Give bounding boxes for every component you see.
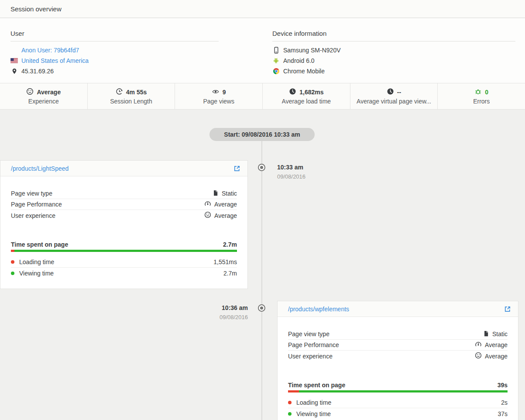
timeline-marker-2 [258,304,265,312]
history-clock-icon [116,88,123,96]
event-date: 09/08/2016 [277,173,305,180]
stat-label: Session Length [110,98,152,105]
viewing-time-row: Viewing time 2.7m [11,268,237,279]
stat-avg-virtual-page-views: -- Average virtual page view... [350,83,438,109]
viewing-time-row: Viewing time 37s [288,408,508,419]
user-experience-row: User experience Average [288,351,508,361]
card-header: /products/LightSpeed [0,161,247,176]
page-performance-row: Page Performance Average [11,199,237,210]
red-dot-icon [11,260,14,264]
eye-icon [212,88,220,96]
green-dot-icon [11,272,14,275]
card-body: Page view type Static Page Performance [278,317,518,420]
clock-icon [289,88,296,96]
card-header: /products/wpfelements [278,301,518,317]
row-value: 1,551ms [213,258,237,265]
time-spent-total: 2.7m [223,241,237,248]
loading-bar-segment [288,390,299,392]
viewing-bar-segment [14,250,237,252]
smartphone-icon [272,47,280,54]
timeline-line [261,139,262,420]
device-panel: Device information Samsung SM-N920V [272,30,515,76]
user-name-link[interactable]: Anon User: 79b64fd7 [21,47,79,54]
event-date: 09/08/2016 [183,313,248,321]
page-performance-row: Page Performance Average [288,340,508,351]
loading-time-row: Loading time 2s [288,397,508,408]
stat-value: 9 [223,89,226,96]
page-title: Session overview [10,5,62,13]
external-link-icon[interactable] [233,165,240,172]
page-url-link[interactable]: /products/wpfelements [288,306,349,313]
stat-session-length: 4m 55s Session Length [88,83,175,109]
user-panel: User Anon User: 79b64fd7 [10,30,219,76]
chrome-icon [272,68,280,75]
loading-bar-segment [11,250,14,252]
user-ip: 45.31.69.26 [21,68,54,75]
location-pin-icon [10,68,18,75]
stat-label: Average virtual page view... [357,98,431,105]
us-flag-icon [10,58,18,63]
timeline-event-2: 10:36 am 09/08/2016 [183,304,248,321]
session-start-pill: Start: 09/08/2016 10:33 am [209,128,315,141]
row-label: Loading time [296,399,331,406]
session-stats-bar: Average Experience 4m 55s Session Length [0,83,525,110]
row-value: Static [492,330,508,337]
neutral-face-icon [475,352,482,360]
time-spent-bar [11,250,237,252]
row-label: Loading time [19,258,54,265]
row-label: Viewing time [296,410,331,417]
row-value: Average [485,353,508,360]
device-model-row: Samsung SM-N920V [272,45,515,55]
stat-avg-load-time: 1,682ms Average load time [263,83,350,109]
stat-value: -- [397,89,401,96]
time-spent-section: Time spent on page 2.7m Loading time 1,5… [11,239,237,279]
external-link-icon[interactable] [504,306,511,313]
bug-icon [474,88,482,96]
row-value: 37s [498,410,508,417]
row-label: Page Performance [288,341,339,348]
device-os: Android 6.0 [283,57,315,64]
gauge-icon [475,341,482,349]
stat-label: Average load time [282,98,331,105]
page-view-type-row: Page view type Static [11,188,237,199]
row-label: Viewing time [19,270,54,277]
user-name-row: Anon User: 79b64fd7 [10,45,219,55]
stat-page-views: 9 Page views [175,83,263,109]
time-spent-total: 39s [498,382,508,389]
device-browser: Chrome Mobile [283,68,325,75]
android-icon [272,57,280,64]
user-experience-row: User experience Average [11,210,237,221]
row-label: Page Performance [11,201,62,208]
user-ip-row: 45.31.69.26 [10,66,219,76]
document-icon [483,330,489,338]
green-dot-icon [288,412,292,416]
gauge-icon [204,200,211,208]
time-spent-label: Time spent on page [288,382,345,389]
pageview-card-wpfelements: /products/wpfelements Page view type [277,301,518,420]
row-value: 2s [501,399,508,406]
top-bar: Session overview [0,0,525,18]
user-country-link[interactable]: United States of America [21,57,89,64]
document-icon [213,189,219,198]
timeline-marker-1 [258,164,265,171]
row-label: Page view type [11,190,52,197]
clock-icon [387,88,394,96]
device-browser-row: Chrome Mobile [272,66,515,76]
time-spent-section: Time spent on page 39s Loading time 2s [288,380,508,419]
stat-value: 0 [485,89,488,96]
page-url-link[interactable]: /products/LightSpeed [11,165,69,172]
session-overview-screen: Session overview User Anon User: 79b64fd… [0,0,525,420]
page-view-type-row: Page view type Static [288,329,508,340]
user-heading: User [10,30,219,41]
stat-errors: 0 Errors [438,83,525,109]
stat-value: 4m 55s [126,89,147,96]
device-heading: Device information [272,30,515,41]
stat-label: Page views [203,98,234,105]
stat-experience: Average Experience [0,83,88,109]
event-time: 10:33 am [277,164,305,171]
time-spent-label: Time spent on page [11,241,68,248]
card-body: Page view type Static Page Performance [0,176,247,289]
neutral-face-icon [26,88,34,96]
stat-label: Experience [28,98,59,105]
row-value: Average [214,212,237,219]
